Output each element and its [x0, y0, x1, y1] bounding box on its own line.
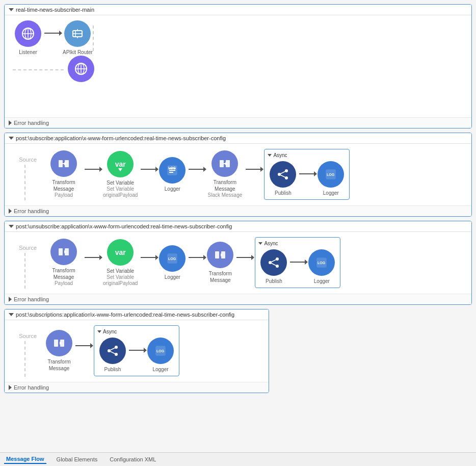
- logger-icon-2: LOG: [165, 251, 179, 266]
- set-variable-sublabel: Set Variable originalPayload: [103, 186, 138, 198]
- svg-rect-13: [59, 160, 63, 167]
- listener-circle: [15, 20, 41, 47]
- unsub-transform2-label: Transform Message: [209, 270, 232, 283]
- subs-async-label: Async: [103, 329, 117, 334]
- logger1-label: Logger: [165, 186, 180, 192]
- main-flow-header: real-time-news-subscriber-main: [5, 5, 471, 15]
- svg-rect-23: [220, 160, 224, 167]
- async-collapse-icon[interactable]: [268, 154, 272, 157]
- subscribe-flow: post:\subscribe:application\x-www-form-u…: [4, 133, 472, 217]
- publish-icon-1: [275, 167, 290, 182]
- logger-async-icon-1: LOG: [324, 167, 338, 182]
- node-unsub-transform2[interactable]: Transform Message: [207, 242, 233, 283]
- arrow-sub-1: [85, 169, 100, 180]
- publish3-label: Publish: [104, 366, 121, 373]
- unsubscribe-async-header: Async: [258, 241, 337, 246]
- subscriptions-flow-title: post:\subscriptions:application\x-www-fo…: [16, 312, 234, 318]
- logger-async1-circle: LOG: [318, 161, 344, 188]
- main-flow-title: real-time-news-subscriber-main: [16, 7, 94, 13]
- publish3-circle: [99, 338, 126, 364]
- transform-payload-circle: [50, 150, 77, 177]
- subscribe-flow-header: post:\subscribe:application\x-www-form-u…: [5, 133, 471, 144]
- subscriptions-error-handling[interactable]: Error handling: [5, 382, 269, 393]
- node-publish-1[interactable]: Publish: [270, 161, 296, 196]
- unsub-logger-label: Logger: [165, 274, 180, 280]
- set-variable-circle: var: [107, 151, 134, 177]
- unsub-async-collapse-icon[interactable]: [258, 242, 262, 245]
- arrow-sub-2: [141, 169, 156, 180]
- node-unsub-variable[interactable]: var Set Variable Set Variable originalPa…: [103, 239, 138, 287]
- subscribe-collapse-icon[interactable]: [9, 137, 14, 140]
- node-apikit-router[interactable]: APIkit Router: [63, 20, 93, 56]
- main-row-1: Listener APIkit Rout: [13, 20, 100, 56]
- publish2-circle: [260, 249, 287, 276]
- subscriptions-async-nodes: Publish LOG Logger: [97, 338, 176, 373]
- subscriptions-dashed-line: [24, 341, 25, 377]
- node-logger-async-3[interactable]: LOG Logger: [147, 338, 174, 373]
- node-publish-2[interactable]: Publish: [260, 249, 287, 284]
- logger-icon-1: LOG: [165, 163, 179, 177]
- svg-line-55: [109, 347, 116, 351]
- unsubscribe-async-box: Async: [255, 237, 340, 288]
- node-listener-2[interactable]: [68, 56, 94, 84]
- subscriptions-error-label: Error handling: [14, 384, 49, 391]
- subs-async-collapse-icon[interactable]: [97, 330, 101, 333]
- node-transform-payload[interactable]: Transform Message Payload: [46, 150, 82, 198]
- subscriptions-source-area: Source: [9, 325, 41, 377]
- subscriptions-async-header: Async: [97, 329, 176, 334]
- unsubscribe-async-nodes: Publish LOG Logger: [258, 249, 337, 284]
- subscribe-error-handling[interactable]: Error handling: [5, 205, 471, 216]
- bottom-tabs: Message Flow Global Elements Configurati…: [0, 452, 476, 466]
- unsubscribe-flow-header: post:\unsubscribe:application\x-www-form…: [5, 221, 471, 232]
- logger-async-icon-2: LOG: [314, 255, 329, 270]
- unsub-transform-label: Transform Message: [46, 267, 82, 280]
- main-flow-content: Listener APIkit Rout: [5, 15, 471, 117]
- subs-transform-circle: [46, 330, 72, 356]
- vertical-dash: [93, 25, 94, 51]
- globe-icon: [21, 27, 35, 41]
- subscribe-nodes-row: Transform Message Payload var Set Variab…: [44, 149, 350, 200]
- unsub-transform-sublabel: Payload: [55, 280, 73, 287]
- subscriptions-nodes-row: Transform Message Async: [44, 325, 179, 376]
- node-logger-async-2[interactable]: LOG Logger: [308, 249, 335, 284]
- unsubscribe-source-label: Source: [9, 245, 37, 251]
- node-publish-3[interactable]: Publish: [99, 338, 126, 373]
- collapse-icon[interactable]: [9, 8, 14, 11]
- error-expand-icon: [9, 120, 12, 125]
- node-subs-transform[interactable]: Transform Message: [46, 330, 72, 372]
- unsubscribe-error-label: Error handling: [14, 296, 49, 302]
- subscriptions-flow: post:\subscriptions:application\x-www-fo…: [4, 309, 472, 393]
- node-unsub-transform[interactable]: Transform Message Payload: [46, 239, 82, 287]
- node-transform-slack[interactable]: Transform Message Slack Message: [207, 150, 243, 198]
- node-logger-1[interactable]: LOG Logger: [159, 157, 186, 192]
- unsubscribe-nodes-row: Transform Message Payload var Set Variab…: [44, 237, 340, 288]
- listener-label: Listener: [19, 49, 37, 56]
- unsubscribe-collapse-icon[interactable]: [9, 225, 14, 228]
- node-set-variable[interactable]: var Set Variable Set Variable originalPa…: [103, 151, 138, 198]
- publish-icon-2: [266, 255, 281, 270]
- svg-rect-34: [59, 248, 63, 255]
- logger-async2-label: Logger: [314, 278, 330, 284]
- subscriptions-flow-header: post:\subscriptions:application\x-www-fo…: [5, 309, 269, 320]
- unsubscribe-flow: post:\unsubscribe:application\x-www-form…: [4, 221, 472, 305]
- node-unsub-logger[interactable]: LOG Logger: [159, 245, 186, 280]
- main-row-2: [13, 56, 96, 84]
- node-listener[interactable]: Listener: [15, 20, 41, 56]
- svg-line-30: [279, 171, 286, 174]
- transform-icon-3: [57, 245, 70, 258]
- unsubscribe-flow-box: post:\unsubscribe:application\x-www-form…: [4, 221, 472, 305]
- arrow-1: [44, 33, 60, 44]
- unsubscribe-flow-content: Source Transform Message Payload: [5, 232, 471, 294]
- tab-configuration-xml[interactable]: Configuration XML: [108, 455, 158, 463]
- unsubscribe-error-handling[interactable]: Error handling: [5, 294, 471, 304]
- unsubscribe-flow-title: post:\unsubscribe:application\x-www-form…: [16, 223, 232, 229]
- node-logger-async-1[interactable]: LOG Logger: [318, 161, 344, 196]
- subscriptions-collapse-icon[interactable]: [9, 313, 14, 316]
- set-variable-label: Set Variable: [107, 179, 134, 186]
- tab-global-elements[interactable]: Global Elements: [55, 455, 100, 463]
- tab-message-flow[interactable]: Message Flow: [4, 455, 46, 464]
- transform-slack-sublabel: Slack Message: [207, 192, 242, 198]
- listener2-circle: [68, 56, 94, 82]
- unsubscribe-source-area: Source: [9, 237, 41, 289]
- main-error-handling[interactable]: Error handling: [5, 117, 471, 128]
